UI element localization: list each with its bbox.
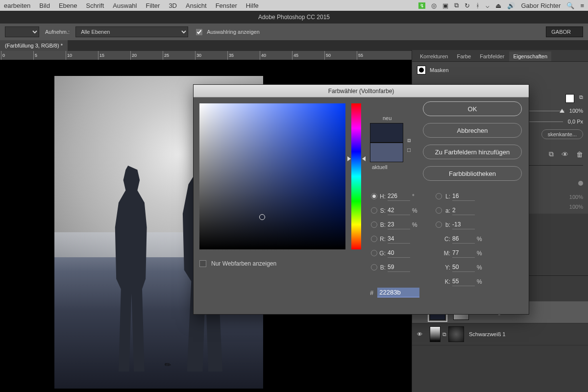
- tab-swatches[interactable]: Farbfelder: [476, 51, 508, 61]
- menu-item[interactable]: Ebene: [59, 2, 77, 9]
- spotlight-icon[interactable]: 🔍: [566, 2, 574, 9]
- dialog-title[interactable]: Farbwähler (Volltonfarbe): [194, 85, 529, 98]
- radio-bv[interactable]: [371, 221, 377, 228]
- web-colors-checkbox[interactable]: [199, 260, 206, 267]
- app-title-bar: Adobe Photoshop CC 2015: [0, 11, 588, 24]
- layer-row[interactable]: 👁 ⧉ Schwarzweiß 1: [412, 323, 588, 345]
- menu-item[interactable]: earbeiten: [4, 2, 30, 9]
- ruler-tick: 0: [1, 51, 5, 60]
- radio-l[interactable]: [436, 193, 442, 199]
- menu-item[interactable]: Hilfe: [246, 2, 259, 9]
- status-icon: ⧉: [454, 1, 459, 9]
- hue-slider[interactable]: [351, 103, 361, 249]
- ruler-tick: 20: [130, 51, 137, 60]
- hue-indicator-icon[interactable]: [362, 156, 366, 161]
- ruler-tick: 15: [98, 51, 104, 60]
- vector-mask-icon[interactable]: ⧉: [579, 94, 583, 103]
- fill-value: 100%: [569, 204, 583, 210]
- input-bl[interactable]: [388, 263, 410, 272]
- unit-pct: %: [477, 278, 485, 285]
- workspace-select[interactable]: GABOR: [546, 26, 583, 37]
- ruler-tick: 35: [227, 51, 234, 60]
- visibility-toggle-icon[interactable]: 👁: [417, 331, 425, 337]
- radio-s[interactable]: [371, 207, 377, 214]
- menu-item[interactable]: Filter: [146, 2, 160, 9]
- saturation-brightness-field[interactable]: [199, 103, 345, 249]
- input-s[interactable]: [388, 206, 410, 215]
- menu-item[interactable]: Ansicht: [186, 2, 207, 9]
- input-bv[interactable]: [388, 220, 410, 229]
- color-libraries-button[interactable]: Farbbibliotheken: [423, 166, 522, 181]
- opacity-value: 100%: [569, 194, 583, 200]
- mask-edge-button[interactable]: skenkante...: [541, 129, 583, 139]
- input-y[interactable]: [452, 263, 475, 272]
- mask-type-icon[interactable]: [417, 66, 426, 74]
- layer-name[interactable]: Schwarzweiß 1: [469, 331, 506, 337]
- input-m[interactable]: [452, 248, 475, 258]
- square-icon[interactable]: □: [407, 147, 411, 153]
- radio-r[interactable]: [371, 236, 377, 242]
- menu-item[interactable]: Auswahl: [113, 2, 137, 9]
- tab-corrections[interactable]: Korrekturen: [416, 51, 452, 61]
- tab-color[interactable]: Farbe: [453, 51, 475, 61]
- options-bar: Aufnehm.: Alle Ebenen Auswahlring anzeig…: [0, 24, 588, 40]
- hue-indicator-icon[interactable]: [347, 156, 351, 161]
- current-color-label: aktuell: [372, 164, 403, 170]
- eye-icon[interactable]: 👁: [562, 150, 568, 158]
- hex-input[interactable]: [377, 288, 419, 297]
- radio-bl[interactable]: [371, 264, 377, 270]
- layer-fill-thumb[interactable]: [430, 326, 441, 342]
- radio-h[interactable]: [371, 193, 377, 199]
- radio-bb[interactable]: [436, 221, 442, 228]
- ruler-tick: 55: [357, 51, 363, 60]
- input-k[interactable]: [452, 277, 475, 286]
- radio-a[interactable]: [436, 207, 442, 214]
- sample-label: Aufnehm.:: [45, 29, 70, 35]
- add-swatch-button[interactable]: Zu Farbfeldern hinzufügen: [423, 145, 522, 159]
- record-icon[interactable]: [578, 181, 583, 186]
- color-values-grid: H:° L: S:% a: B:% b: R: C:% G: M:% B: Y:…: [370, 192, 522, 286]
- ruler-tick: 10: [66, 51, 72, 60]
- ok-button[interactable]: OK: [423, 101, 522, 116]
- input-b[interactable]: [452, 220, 475, 229]
- wifi-icon: ⌵: [486, 2, 490, 9]
- show-ring-input[interactable]: [196, 29, 202, 35]
- new-color-swatch[interactable]: [370, 123, 403, 143]
- user-name[interactable]: Gabor Richter: [521, 2, 561, 9]
- menu-item[interactable]: Schrift: [86, 2, 104, 9]
- volume-icon: 🔊: [507, 2, 515, 9]
- tab-properties[interactable]: Eigenschaften: [509, 51, 551, 61]
- input-h[interactable]: [388, 192, 410, 201]
- menu-item[interactable]: Fenster: [216, 2, 237, 9]
- show-ring-checkbox[interactable]: Auswahlring anzeigen: [194, 27, 260, 37]
- unit-pct: %: [412, 221, 420, 228]
- input-r[interactable]: [388, 234, 410, 244]
- current-color-swatch[interactable]: [370, 143, 403, 162]
- link-icon[interactable]: ⧉: [549, 150, 554, 158]
- color-selection-ring[interactable]: [259, 214, 265, 220]
- input-c[interactable]: [452, 234, 475, 244]
- input-l[interactable]: [452, 192, 475, 201]
- density-value: 100%: [569, 108, 583, 114]
- menu-icon[interactable]: ≡: [580, 2, 584, 9]
- cancel-button[interactable]: Abbrechen: [423, 123, 522, 138]
- link-icon[interactable]: ⧉: [442, 331, 446, 338]
- unit-pct: %: [477, 236, 485, 243]
- tool-preset-select[interactable]: [5, 26, 39, 37]
- display-icon: ▣: [442, 2, 448, 9]
- radio-g[interactable]: [371, 250, 377, 256]
- layer-mask-thumb[interactable]: [448, 326, 464, 342]
- menu-item[interactable]: Bild: [39, 2, 50, 9]
- hex-label: #: [370, 289, 373, 296]
- pixel-mask-icon[interactable]: [565, 94, 574, 103]
- sample-layers-select[interactable]: Alle Ebenen: [75, 26, 188, 37]
- document-tab[interactable]: (Farbfüllung 3, RGB/8) *: [0, 40, 68, 51]
- trash-icon[interactable]: 🗑: [576, 150, 583, 158]
- document-tabs: (Farbfüllung 3, RGB/8) *: [0, 40, 588, 51]
- status-icon: ◎: [431, 2, 437, 9]
- menu-item[interactable]: 3D: [169, 2, 177, 9]
- cube-icon[interactable]: ⧈: [407, 137, 411, 144]
- input-a[interactable]: [452, 206, 475, 215]
- ruler-tick: 30: [195, 51, 201, 60]
- input-g[interactable]: [388, 248, 410, 258]
